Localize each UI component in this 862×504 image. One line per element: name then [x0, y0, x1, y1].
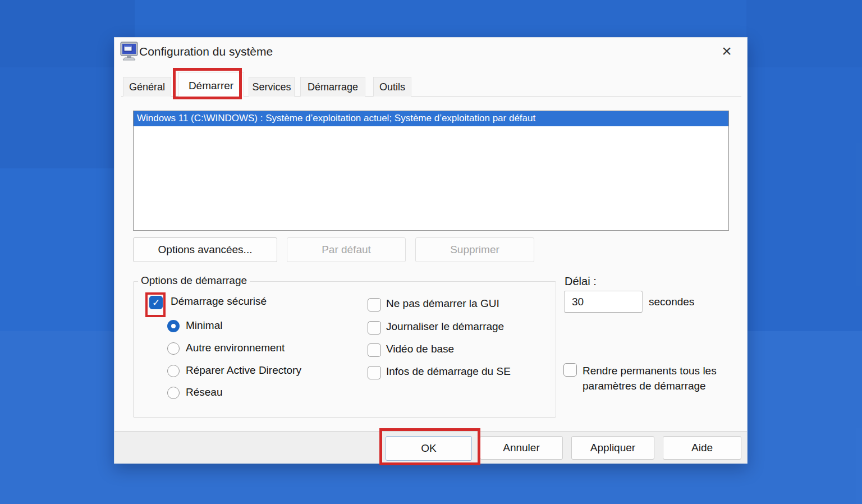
msconfig-app-icon: [120, 42, 140, 61]
safe-boot-checkbox[interactable]: ✓: [149, 296, 163, 309]
timeout-label: Délai :: [565, 275, 597, 288]
check-icon: ✓: [152, 297, 160, 308]
boot-log-label[interactable]: Journaliser le démarrage: [386, 320, 504, 333]
make-permanent-label[interactable]: Rendre permanents tous lesparamètres de …: [583, 363, 717, 393]
tab-demarrer[interactable]: Démarrer: [178, 72, 244, 97]
cancel-button[interactable]: Annuler: [480, 436, 563, 460]
base-video-checkbox[interactable]: [368, 343, 381, 357]
close-icon[interactable]: ×: [716, 40, 738, 62]
radio-active-directory-repair[interactable]: [167, 365, 180, 377]
no-gui-boot-label[interactable]: Ne pas démarrer la GUI: [386, 297, 499, 310]
make-permanent-checkbox[interactable]: [563, 363, 577, 377]
tab-outils[interactable]: Outils: [373, 77, 411, 97]
delete-button[interactable]: Supprimer: [415, 237, 534, 262]
boot-log-checkbox[interactable]: [368, 321, 381, 335]
os-boot-info-checkbox[interactable]: [368, 366, 381, 379]
system-configuration-dialog: Configuration du système × Général Démar…: [114, 37, 748, 464]
radio-alternate-shell-label[interactable]: Autre environnement: [186, 342, 285, 354]
desktop-background: [746, 0, 862, 331]
timeout-input[interactable]: [564, 291, 643, 313]
window-title: Configuration du système: [139, 45, 273, 58]
apply-button[interactable]: Appliquer: [571, 436, 654, 460]
base-video-label[interactable]: Vidéo de base: [386, 343, 454, 355]
title-bar[interactable]: Configuration du système ×: [114, 38, 747, 68]
radio-active-directory-repair-label[interactable]: Réparer Active Directory: [186, 364, 301, 377]
boot-options-group-label: Options de démarrage: [138, 274, 250, 287]
radio-network-label[interactable]: Réseau: [186, 386, 223, 398]
set-default-button[interactable]: Par défaut: [287, 237, 406, 262]
tab-demarrage[interactable]: Démarrage: [300, 77, 365, 97]
ok-button[interactable]: OK: [386, 436, 472, 461]
advanced-options-button[interactable]: Options avancées...: [133, 237, 277, 262]
boot-entry-row[interactable]: Windows 11 (C:\WINDOWS) : Système d’expl…: [134, 111, 728, 126]
radio-alternate-shell[interactable]: [167, 342, 180, 355]
radio-network[interactable]: [167, 387, 180, 399]
radio-minimal-label[interactable]: Minimal: [186, 319, 222, 332]
tab-strip: Général Démarrer Services Démarrage Outi…: [121, 75, 741, 97]
tab-services[interactable]: Services: [249, 77, 295, 97]
radio-minimal[interactable]: [167, 320, 180, 332]
tab-general[interactable]: Général: [123, 77, 171, 97]
timeout-unit-label: secondes: [649, 296, 694, 308]
os-boot-info-label[interactable]: Infos de démarrage du SE: [386, 365, 511, 378]
boot-entries-list[interactable]: Windows 11 (C:\WINDOWS) : Système d’expl…: [133, 111, 729, 231]
help-button[interactable]: Aide: [663, 436, 741, 460]
safe-boot-label[interactable]: Démarrage sécurisé: [171, 295, 267, 308]
no-gui-boot-checkbox[interactable]: [368, 298, 381, 311]
